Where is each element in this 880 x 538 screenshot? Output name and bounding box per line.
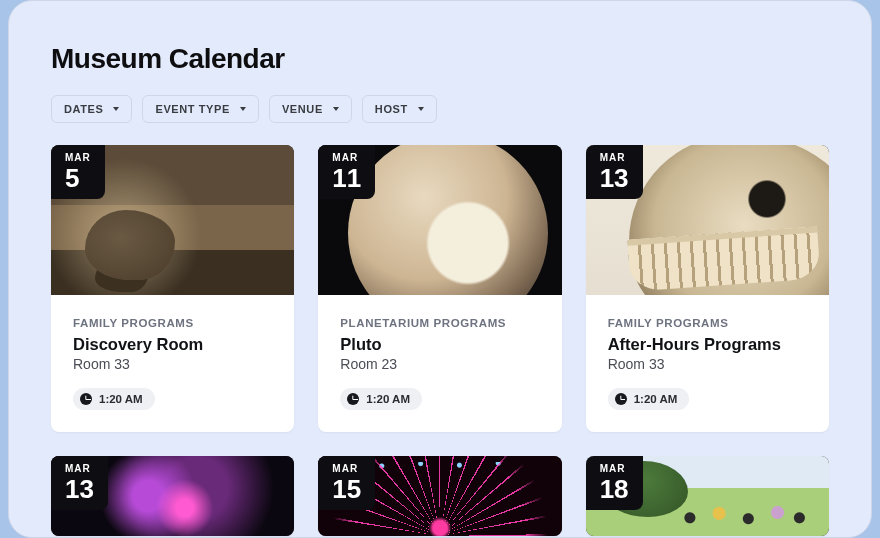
chevron-down-icon — [240, 107, 246, 111]
event-time: 1:20 AM — [366, 393, 410, 405]
clock-icon — [347, 393, 359, 405]
event-thumbnail: MAR 15 — [318, 456, 561, 536]
chevron-down-icon — [333, 107, 339, 111]
event-title: Pluto — [340, 335, 539, 354]
event-room: Room 33 — [73, 356, 272, 372]
event-card[interactable]: MAR 13 FAMILY PROGRAMS After-Hours Progr… — [586, 145, 829, 432]
date-badge: MAR 15 — [318, 456, 375, 510]
date-badge: MAR 13 — [51, 456, 108, 510]
event-thumbnail: MAR 11 — [318, 145, 561, 295]
event-thumbnail: MAR 13 — [586, 145, 829, 295]
date-day: 5 — [65, 165, 91, 191]
clock-icon — [80, 393, 92, 405]
filter-label: HOST — [375, 103, 408, 115]
event-card[interactable]: MAR 5 FAMILY PROGRAMS Discovery Room Roo… — [51, 145, 294, 432]
event-card[interactable]: MAR 13 — [51, 456, 294, 536]
filter-dates[interactable]: DATES — [51, 95, 132, 123]
app-window: Museum Calendar DATES EVENT TYPE VENUE H… — [8, 0, 872, 538]
chevron-down-icon — [113, 107, 119, 111]
filter-venue[interactable]: VENUE — [269, 95, 352, 123]
date-badge: MAR 13 — [586, 145, 643, 199]
event-room: Room 23 — [340, 356, 539, 372]
date-day: 18 — [600, 476, 629, 502]
event-card[interactable]: MAR 15 — [318, 456, 561, 536]
event-title: Discovery Room — [73, 335, 272, 354]
event-category: FAMILY PROGRAMS — [608, 317, 807, 329]
event-card[interactable]: MAR 18 — [586, 456, 829, 536]
filter-label: VENUE — [282, 103, 323, 115]
date-badge: MAR 18 — [586, 456, 643, 510]
filter-label: DATES — [64, 103, 103, 115]
date-badge: MAR 5 — [51, 145, 105, 199]
date-month: MAR — [600, 464, 629, 474]
date-day: 13 — [600, 165, 629, 191]
event-body: FAMILY PROGRAMS After-Hours Programs Roo… — [586, 295, 829, 432]
date-month: MAR — [600, 153, 629, 163]
chevron-down-icon — [418, 107, 424, 111]
time-badge: 1:20 AM — [73, 388, 155, 410]
date-month: MAR — [65, 153, 91, 163]
date-month: MAR — [332, 464, 361, 474]
date-day: 15 — [332, 476, 361, 502]
event-card[interactable]: MAR 11 PLANETARIUM PROGRAMS Pluto Room 2… — [318, 145, 561, 432]
time-badge: 1:20 AM — [340, 388, 422, 410]
event-category: PLANETARIUM PROGRAMS — [340, 317, 539, 329]
event-category: FAMILY PROGRAMS — [73, 317, 272, 329]
date-month: MAR — [65, 464, 94, 474]
event-thumbnail: MAR 5 — [51, 145, 294, 295]
filter-host[interactable]: HOST — [362, 95, 437, 123]
event-room: Room 33 — [608, 356, 807, 372]
date-badge: MAR 11 — [318, 145, 375, 199]
event-title: After-Hours Programs — [608, 335, 807, 354]
filter-bar: DATES EVENT TYPE VENUE HOST — [51, 95, 829, 123]
filter-event-type[interactable]: EVENT TYPE — [142, 95, 258, 123]
date-day: 13 — [65, 476, 94, 502]
event-body: FAMILY PROGRAMS Discovery Room Room 33 1… — [51, 295, 294, 432]
date-month: MAR — [332, 153, 361, 163]
date-day: 11 — [332, 165, 361, 191]
time-badge: 1:20 AM — [608, 388, 690, 410]
event-grid: MAR 5 FAMILY PROGRAMS Discovery Room Roo… — [51, 145, 829, 536]
page-title: Museum Calendar — [51, 43, 829, 75]
event-thumbnail: MAR 18 — [586, 456, 829, 536]
clock-icon — [615, 393, 627, 405]
event-body: PLANETARIUM PROGRAMS Pluto Room 23 1:20 … — [318, 295, 561, 432]
event-time: 1:20 AM — [634, 393, 678, 405]
filter-label: EVENT TYPE — [155, 103, 229, 115]
event-time: 1:20 AM — [99, 393, 143, 405]
event-thumbnail: MAR 13 — [51, 456, 294, 536]
